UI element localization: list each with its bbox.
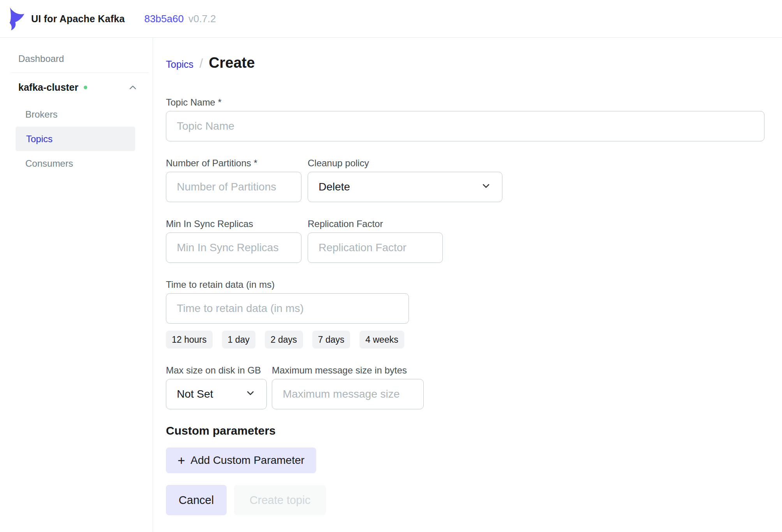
max-message-size-input[interactable] xyxy=(272,379,424,409)
retention-preset-12-hours[interactable]: 12 hours xyxy=(166,331,213,349)
retention-presets: 12 hours 1 day 2 days 7 days 4 weeks xyxy=(166,331,764,349)
add-custom-parameter-label: Add Custom Parameter xyxy=(190,454,305,467)
max-size-on-disk-label: Max size on disk in GB xyxy=(166,365,267,376)
kafka-ui-logo-icon xyxy=(6,7,26,31)
max-size-on-disk-value: Not Set xyxy=(177,388,213,400)
brand-link[interactable]: UI for Apache Kafka xyxy=(6,7,125,31)
replicas-row: Min In Sync Replicas Replication Factor xyxy=(166,218,764,263)
max-size-on-disk-field: Max size on disk in GB Not Set xyxy=(166,365,267,409)
page-title: Create xyxy=(209,55,255,71)
chevron-down-icon xyxy=(245,388,256,401)
topic-name-field: Topic Name * xyxy=(166,97,764,141)
cleanup-policy-select[interactable]: Delete xyxy=(308,172,502,202)
cluster-name: kafka-cluster xyxy=(18,82,78,93)
partitions-cleanup-row: Number of Partitions * Cleanup policy De… xyxy=(166,158,764,202)
replication-factor-input[interactable] xyxy=(308,233,443,263)
replication-factor-field: Replication Factor xyxy=(308,218,443,263)
retention-field: Time to retain data (in ms) 12 hours 1 d… xyxy=(166,279,764,349)
retention-preset-1-day[interactable]: 1 day xyxy=(222,331,255,349)
app-title: UI for Apache Kafka xyxy=(31,13,125,25)
sidebar-item-label: Consumers xyxy=(25,158,73,169)
max-size-on-disk-select[interactable]: Not Set xyxy=(166,379,267,409)
cleanup-policy-label: Cleanup policy xyxy=(308,158,502,169)
min-insync-replicas-field: Min In Sync Replicas xyxy=(166,218,301,263)
breadcrumb-topics-link[interactable]: Topics xyxy=(166,59,194,70)
app-version: v0.7.2 xyxy=(188,13,216,25)
chevron-up-icon xyxy=(128,83,138,93)
size-row: Max size on disk in GB Not Set Maximum m… xyxy=(166,365,764,409)
max-message-size-field: Maximum message size in bytes xyxy=(272,365,424,409)
max-message-size-label: Maximum message size in bytes xyxy=(272,365,424,376)
cluster-status-dot xyxy=(84,86,87,89)
sidebar-cluster-toggle[interactable]: kafka-cluster xyxy=(0,73,153,102)
sidebar-item-topics[interactable]: Topics xyxy=(16,127,135,151)
sidebar-item-dashboard[interactable]: Dashboard xyxy=(0,46,153,71)
breadcrumb-separator: / xyxy=(199,56,203,71)
custom-parameters-heading: Custom parameters xyxy=(166,423,764,438)
min-insync-replicas-label: Min In Sync Replicas xyxy=(166,218,301,229)
retention-preset-2-days[interactable]: 2 days xyxy=(265,331,303,349)
sidebar-item-label: Dashboard xyxy=(18,53,64,64)
partitions-label: Number of Partitions * xyxy=(166,158,301,169)
min-insync-replicas-input[interactable] xyxy=(166,233,301,263)
partitions-field: Number of Partitions * xyxy=(166,158,301,202)
partitions-input[interactable] xyxy=(166,172,301,202)
breadcrumb: Topics / Create xyxy=(166,55,764,71)
create-topic-button[interactable]: Create topic xyxy=(234,485,326,515)
retention-preset-7-days[interactable]: 7 days xyxy=(312,331,350,349)
cancel-button[interactable]: Cancel xyxy=(166,485,227,515)
main-content: Topics / Create Topic Name * Number of P… xyxy=(153,38,782,532)
chevron-down-icon xyxy=(481,180,491,194)
topic-name-label: Topic Name * xyxy=(166,97,764,108)
cleanup-policy-field: Cleanup policy Delete xyxy=(308,158,502,202)
plus-icon: + xyxy=(178,454,185,467)
retention-label: Time to retain data (in ms) xyxy=(166,279,764,290)
topic-name-input[interactable] xyxy=(166,111,764,141)
sidebar: Dashboard kafka-cluster Brokers Topics C… xyxy=(0,38,153,532)
add-custom-parameter-button[interactable]: + Add Custom Parameter xyxy=(166,447,316,473)
commit-hash-link[interactable]: 83b5a60 xyxy=(144,13,183,25)
app-header: UI for Apache Kafka 83b5a60 v0.7.2 xyxy=(0,0,782,38)
cleanup-policy-value: Delete xyxy=(319,181,350,193)
retention-preset-4-weeks[interactable]: 4 weeks xyxy=(359,331,404,349)
create-topic-form: Topic Name * Number of Partitions * Clea… xyxy=(166,97,764,515)
replication-factor-label: Replication Factor xyxy=(308,218,443,229)
sidebar-item-label: Topics xyxy=(26,134,53,144)
form-actions: Cancel Create topic xyxy=(166,485,764,515)
sidebar-item-brokers[interactable]: Brokers xyxy=(0,102,153,127)
retention-input[interactable] xyxy=(166,293,409,324)
sidebar-item-label: Brokers xyxy=(25,109,58,120)
sidebar-item-consumers[interactable]: Consumers xyxy=(0,151,153,176)
